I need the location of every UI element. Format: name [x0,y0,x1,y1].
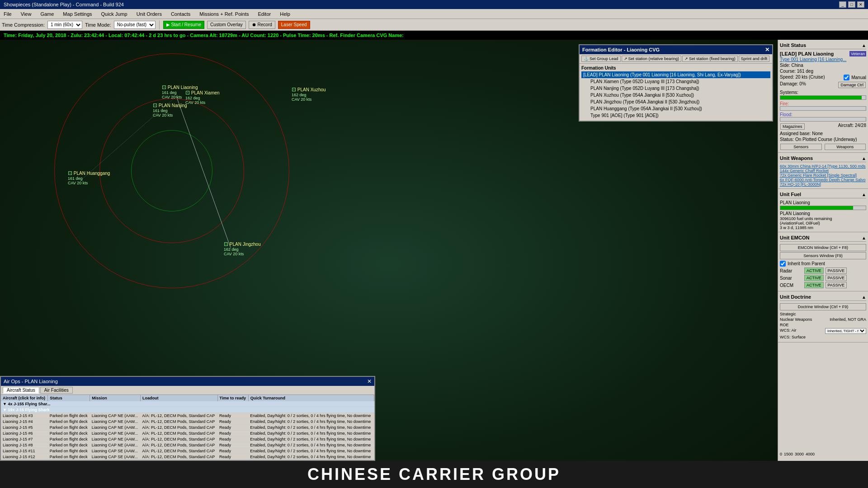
col-loadout: Loadout [141,395,218,401]
row-aircraft-7: Liaoning J-15 #12 [1,454,48,460]
inherit-parent-checkbox[interactable] [780,261,786,267]
maximize-btn[interactable]: □ [848,1,855,8]
menu-item-help[interactable]: Help [278,10,292,18]
tab-aircraft-status[interactable]: Aircraft Status [3,387,39,394]
air-ops-titlebar: Air Ops - PLAN Liaoning ✕ [1,377,374,386]
row-loadout-7: A/A: PL-12, DECM Pods, Standard CAP [141,454,218,460]
menu-item-contacts[interactable]: Contacts [169,10,192,18]
set-station-fixed-btn[interactable]: ↗ Set station (fixed bearing) [682,56,738,62]
radar-active-btn[interactable]: ACTIVE [804,267,824,274]
sensors-window-btn[interactable]: Sensors Window (F9) [780,252,866,259]
weapon-item-1[interactable]: 144x Generic Chaff Rocket [780,169,866,173]
table-row[interactable]: Liaoning J-15 #8 Parked on flight deck L… [1,442,374,448]
unit-xuzhou[interactable]: ⊡ PLAN Xuzhou 162 deg CAV 20 kts [292,86,326,102]
sensors-btn[interactable]: Sensors [780,144,822,150]
table-row[interactable]: Liaoning J-15 #3 Parked on flight deck L… [1,413,374,419]
overlay-btn[interactable]: Custom Overlay [207,21,246,29]
window-controls[interactable]: _ □ ✕ [839,1,864,8]
table-row[interactable]: Liaoning J-15 #7 Parked on flight deck L… [1,436,374,442]
tree-item-type901[interactable]: Type 901 [AOE] (Type 901 [AOE]) [581,112,770,119]
doctrine-window-btn[interactable]: Doctrine Window (Ctrl + F9) [780,303,866,310]
unit-status-collapse[interactable]: ▲ [862,43,866,48]
wcs-air-label: WCS: Air [780,328,797,334]
row-status-6: Parked on flight deck [48,448,90,454]
air-ops-table-container[interactable]: Aircraft (click for info) Status Mission… [1,395,374,460]
sonar-active-btn[interactable]: ACTIVE [804,275,824,281]
menu-item-missions-+-ref.-points[interactable]: Missions + Ref. Points [198,10,250,18]
unit-nanjing[interactable]: ⊡ PLAN Nanjing 161 deg CAV 20 kts [153,102,187,117]
minimize-btn[interactable]: _ [839,1,846,8]
set-group-lead-btn[interactable]: ⚓ Set Group Lead [581,56,621,62]
weapon-item-3[interactable]: 6x FQF-6000 Anti-Torpedo Depth Charge Sa… [780,178,866,182]
weapons-btn[interactable]: Weapons [825,144,866,150]
course-line [0,40,362,288]
unit-emcon-collapse[interactable]: ▲ [862,235,866,240]
manual-checkbox[interactable]: Manual [844,75,866,80]
menu-item-editor[interactable]: Editor [256,10,273,18]
tab-air-facilities[interactable]: Air Facilities [40,387,73,394]
tree-item-xuzhou[interactable]: PLAN Xuzhou (Type 054A Jiangkai II [530 … [581,92,770,99]
unit-liaoning[interactable]: ⊡ PLAN Liaoning 161 deg CAV 20 kts [162,84,198,99]
menu-item-quick-jump[interactable]: Quick Jump [99,10,129,18]
laser-speed-btn[interactable]: Laser Speed [278,21,310,29]
weapon-item-2[interactable]: 72x Generic Flare Rocket [Single Spectra… [780,173,866,178]
unit-course-row: Course: 161 deg [780,69,866,74]
time-mode-select[interactable]: No-pulse (fast) [114,21,156,29]
table-row[interactable]: Liaoning J-15 #6 Parked on flight deck L… [1,431,374,436]
unit-type-link[interactable]: Type 001 Liaoning [16 Liaoning... [780,57,846,62]
oecm-active-btn[interactable]: ACTIVE [804,282,824,288]
oecm-passive-btn[interactable]: PASSIVE [826,282,847,288]
menu-item-view[interactable]: View [19,10,33,18]
table-row[interactable]: Liaoning J-15 #11 Parked on flight deck … [1,448,374,454]
menu-item-game[interactable]: Game [38,10,56,18]
formation-editor-close[interactable]: ✕ [765,47,769,53]
assigned-base-label: Assigned base: None [780,131,823,136]
unit-weapons-collapse[interactable]: ▲ [862,156,866,161]
tree-item-huanggang[interactable]: PLAN Huanggang (Type 054A Jiangkai II [5… [581,105,770,112]
magazines-btn[interactable]: Magazines [780,123,805,130]
formation-tree: [LEAD] PLAN Liaoning (Type 001 Liaoning … [581,71,770,119]
time-compression-select[interactable]: 1 min (60x) [47,21,82,29]
close-btn[interactable]: ✕ [857,1,864,8]
sonar-passive-btn[interactable]: PASSIVE [826,275,847,281]
tree-item-lead[interactable]: [LEAD] PLAN Liaoning (Type 001 Liaoning … [581,71,770,78]
menu-item-unit-orders[interactable]: Unit Orders [135,10,164,18]
unit-doctrine-collapse[interactable]: ▲ [862,295,866,300]
wcs-surface-row: WCS: Surface [780,335,866,339]
emcon-window-btn[interactable]: EMCON Window (Ctrl + F8) [780,244,866,251]
unit-xiamen[interactable]: ⊡ PLAN Xiamen 162 deg CAV 20 kts [185,89,220,105]
record-btn[interactable]: ⏺ Record [249,21,275,29]
manual-input[interactable] [844,75,849,80]
radar-circle-mid [99,99,244,243]
weapon-item-4[interactable]: 72x HQ-10 [FL-3000N] [780,182,866,187]
start-resume-btn[interactable]: ▶ Start / Resume [163,21,204,29]
unit-jingzhou[interactable]: ⊡ PLAN Jingzhou 162 deg CAV 20 kts [224,241,261,256]
radar-passive-btn[interactable]: PASSIVE [826,267,847,274]
systems-row: Systems: [780,89,866,100]
table-row[interactable]: Liaoning J-15 #4 Parked on flight deck L… [1,419,374,425]
tree-item-jingzhou[interactable]: PLAN Jingzhou (Type 054A Jiangkai II [53… [581,99,770,105]
formation-editor-content: Formation Units [LEAD] PLAN Liaoning (Ty… [580,64,772,121]
group-j15[interactable]: ▼ 19x J-15 Flying Shark [1,407,374,413]
record-label: Record [258,22,272,27]
air-ops-close-btn[interactable]: ✕ [367,378,372,385]
menu-item-file[interactable]: File [2,10,14,18]
damage-ctrl-btn[interactable]: Damage Ctrl [838,82,866,88]
wcs-air-select[interactable]: Inherited, TIGHT - f [825,328,866,334]
row-mission-7: Liaoning CAP SE (AAW... [90,454,141,460]
table-row[interactable]: Liaoning J-15 #5 Parked on flight deck L… [1,425,374,431]
tick-3000: 3000 [795,452,804,456]
menu-item-map-settings[interactable]: Map Settings [61,10,94,18]
group-j155[interactable]: ▼ 4x J-155 Flying Shar... [1,401,374,407]
sprint-drift-btn[interactable]: Sprint and drift [739,56,770,62]
set-station-relative-btn[interactable]: ↗ Set station (relative bearing) [622,56,682,62]
weapon-item-0[interactable]: 60x 30mm China H/PJ-14 [Type 1130, 500 m… [780,164,866,169]
row-aircraft-6: Liaoning J-15 #11 [1,448,48,454]
tree-item-nanjing[interactable]: PLAN Nanjing (Type 052D Luyang III [173 … [581,85,770,92]
unit-fuel-collapse[interactable]: ▲ [862,192,866,197]
row-quick-5: Enabled, Day/Night: 0 / 2 sorties, 0 / 4… [248,442,374,448]
tree-item-xiamen[interactable]: PLAN Xiamen (Type 052D Luyang III [173 C… [581,78,770,85]
unit-huanggang[interactable]: ⊡ PLAN Huanggang 161 deg CAV 20 kts [68,170,110,185]
unit-weapons-title: Unit Weapons ▲ [780,155,866,162]
table-row[interactable]: Liaoning J-15 #12 Parked on flight deck … [1,454,374,460]
